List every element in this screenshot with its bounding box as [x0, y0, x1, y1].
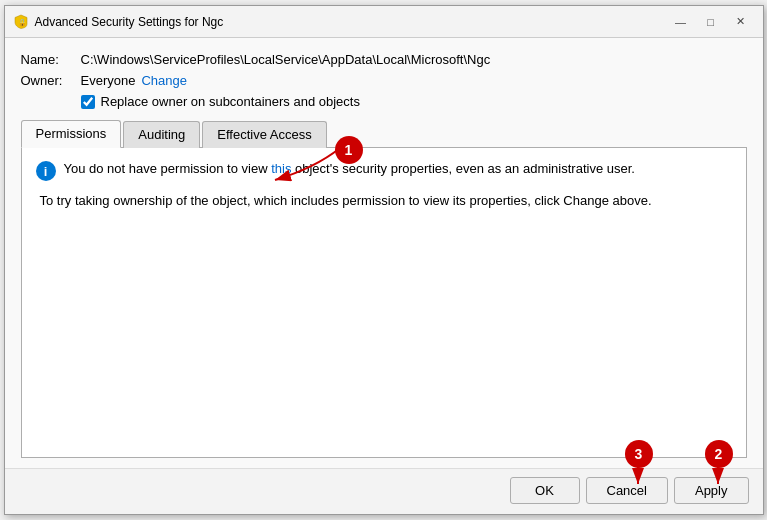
- name-field-row: Name: C:\Windows\ServiceProfiles\LocalSe…: [21, 52, 747, 67]
- tab-content-permissions: i You do not have permission to view thi…: [21, 148, 747, 458]
- shield-icon: 🔒: [13, 14, 29, 30]
- svg-text:🔒: 🔒: [18, 18, 27, 27]
- info-icon: i: [36, 161, 56, 181]
- replace-owner-checkbox[interactable]: [81, 95, 95, 109]
- maximize-button[interactable]: □: [697, 12, 725, 32]
- title-bar: 🔒 Advanced Security Settings for Ngc — □…: [5, 6, 763, 38]
- tab-effective-access[interactable]: Effective Access: [202, 121, 326, 148]
- minimize-button[interactable]: —: [667, 12, 695, 32]
- name-label: Name:: [21, 52, 81, 67]
- owner-value: Everyone: [81, 73, 136, 88]
- title-bar-left: 🔒 Advanced Security Settings for Ngc: [13, 14, 224, 30]
- tab-permissions[interactable]: Permissions: [21, 120, 122, 148]
- main-window: 🔒 Advanced Security Settings for Ngc — □…: [4, 5, 764, 515]
- name-value: C:\Windows\ServiceProfiles\LocalService\…: [81, 52, 491, 67]
- checkbox-row: Replace owner on subcontainers and objec…: [81, 94, 747, 109]
- change-owner-link[interactable]: Change: [141, 73, 187, 88]
- window-body: Name: C:\Windows\ServiceProfiles\LocalSe…: [5, 38, 763, 514]
- owner-label: Owner:: [21, 73, 81, 88]
- window-content: Name: C:\Windows\ServiceProfiles\LocalSe…: [5, 38, 763, 468]
- window-title: Advanced Security Settings for Ngc: [35, 15, 224, 29]
- info-text-line1: You do not have permission to view this …: [64, 160, 635, 178]
- this-link[interactable]: this: [271, 161, 291, 176]
- bottom-bar: OK Cancel Apply: [5, 468, 763, 514]
- replace-owner-label: Replace owner on subcontainers and objec…: [101, 94, 360, 109]
- title-buttons: — □ ✕: [667, 12, 755, 32]
- close-button[interactable]: ✕: [727, 12, 755, 32]
- cancel-button[interactable]: Cancel: [586, 477, 668, 504]
- ownership-text: To try taking ownership of the object, w…: [36, 191, 732, 211]
- apply-button[interactable]: Apply: [674, 477, 749, 504]
- ok-button[interactable]: OK: [510, 477, 580, 504]
- owner-field-row: Owner: Everyone Change: [21, 73, 747, 88]
- tabs-container: Permissions Auditing Effective Access: [21, 119, 747, 148]
- tab-auditing[interactable]: Auditing: [123, 121, 200, 148]
- info-box: i You do not have permission to view thi…: [36, 160, 732, 181]
